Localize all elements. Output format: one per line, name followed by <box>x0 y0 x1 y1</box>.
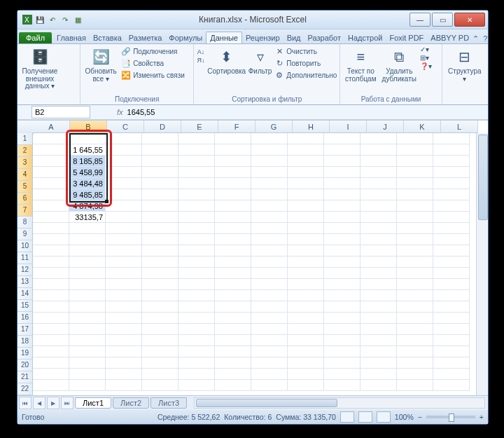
cell-E4[interactable] <box>178 167 215 178</box>
cell-C16[interactable] <box>106 301 142 313</box>
cell-J13[interactable] <box>360 268 397 279</box>
qat-redo-icon[interactable]: ↷ <box>59 14 71 25</box>
cell-L19[interactable] <box>433 335 470 346</box>
cell-L7[interactable] <box>433 200 470 212</box>
cell-A10[interactable] <box>33 234 69 245</box>
cell-K5[interactable] <box>397 178 433 189</box>
cell-K4[interactable] <box>397 167 433 178</box>
cell-F12[interactable] <box>215 256 251 268</box>
col-header-J[interactable]: J <box>367 121 404 133</box>
view-break-button[interactable] <box>377 411 391 423</box>
cell-G3[interactable] <box>251 156 288 167</box>
cell-B10[interactable] <box>69 234 106 245</box>
tab-foxit[interactable]: Foxit PDF <box>386 32 427 43</box>
cell-G1[interactable] <box>251 133 288 144</box>
cell-K9[interactable] <box>397 223 433 234</box>
cell-G19[interactable] <box>251 335 288 346</box>
cell-J22[interactable] <box>360 369 397 380</box>
sheet-nav-next[interactable]: ▶ <box>47 397 59 409</box>
row-header-16[interactable]: 16 <box>18 312 33 324</box>
cell-K20[interactable] <box>397 346 433 357</box>
cell-G4[interactable] <box>251 167 288 178</box>
cell-E22[interactable] <box>178 369 215 380</box>
cell-B18[interactable] <box>69 324 106 335</box>
cell-H12[interactable] <box>288 256 324 268</box>
qat-new-icon[interactable]: ▦ <box>72 14 83 25</box>
cell-J7[interactable] <box>360 200 397 212</box>
cell-E1[interactable] <box>178 133 215 144</box>
row-header-1[interactable]: 1 <box>18 133 33 145</box>
cell-J3[interactable] <box>360 156 397 167</box>
cell-I15[interactable] <box>324 290 360 301</box>
cell-F23[interactable] <box>215 380 251 391</box>
cell-J18[interactable] <box>360 324 397 335</box>
cell-F16[interactable] <box>215 301 251 313</box>
sheet-tab-2[interactable]: Лист2 <box>113 397 149 409</box>
cell-E5[interactable] <box>178 178 215 189</box>
cell-C10[interactable] <box>106 234 142 245</box>
cell-J5[interactable] <box>360 178 397 189</box>
cell-K14[interactable] <box>397 279 433 290</box>
cell-C14[interactable] <box>106 279 142 290</box>
tab-formulas[interactable]: Формулы <box>165 32 206 43</box>
cell-G9[interactable] <box>251 223 288 234</box>
remove-duplicates-button[interactable]: ⧉Удалить дубликаты <box>381 46 417 83</box>
cell-D15[interactable] <box>142 290 178 301</box>
grid[interactable]: ABCDEFGHIJKL 123456789101112131415161718… <box>18 120 488 395</box>
cell-F14[interactable] <box>215 279 251 290</box>
tab-addins[interactable]: Надстрой <box>344 32 386 43</box>
row-header-5[interactable]: 5 <box>18 181 33 193</box>
cell-A9[interactable] <box>33 223 69 234</box>
col-header-I[interactable]: I <box>330 121 367 133</box>
cell-B7[interactable]: 4 874,98 <box>69 200 106 212</box>
cells[interactable]: 1 645,558 185,855 458,993 484,489 485,85… <box>33 133 470 391</box>
select-all-corner[interactable] <box>18 121 34 134</box>
cell-E17[interactable] <box>178 313 215 324</box>
cell-A8[interactable] <box>33 212 69 223</box>
cell-D17[interactable] <box>142 313 178 324</box>
cell-K17[interactable] <box>397 313 433 324</box>
cell-G23[interactable] <box>251 380 288 391</box>
tab-home[interactable]: Главная <box>53 32 90 43</box>
cell-D5[interactable] <box>142 178 178 189</box>
cell-B15[interactable] <box>69 290 106 301</box>
whatif-icon[interactable]: ❓▾ <box>420 62 432 70</box>
cell-C6[interactable] <box>106 189 142 200</box>
cell-E21[interactable] <box>178 357 215 369</box>
cell-L4[interactable] <box>433 167 470 178</box>
cell-B12[interactable] <box>69 256 106 268</box>
cell-F19[interactable] <box>215 335 251 346</box>
cell-H7[interactable] <box>288 200 324 212</box>
cell-K11[interactable] <box>397 245 433 256</box>
cell-F22[interactable] <box>215 369 251 380</box>
cell-E13[interactable] <box>178 268 215 279</box>
cell-B6[interactable]: 9 485,85 <box>69 189 106 200</box>
cell-F8[interactable] <box>215 212 251 223</box>
cell-C9[interactable] <box>106 223 142 234</box>
cell-L13[interactable] <box>433 268 470 279</box>
cell-C18[interactable] <box>106 324 142 335</box>
cell-F21[interactable] <box>215 357 251 369</box>
cell-A20[interactable] <box>33 346 69 357</box>
cell-D2[interactable] <box>142 144 178 156</box>
cell-L23[interactable] <box>433 380 470 391</box>
row-header-12[interactable]: 12 <box>18 264 33 276</box>
cell-J10[interactable] <box>360 234 397 245</box>
cell-E14[interactable] <box>178 279 215 290</box>
cell-G13[interactable] <box>251 268 288 279</box>
h-scroll-thumb[interactable] <box>196 399 337 407</box>
cell-C4[interactable] <box>106 167 142 178</box>
cell-J6[interactable] <box>360 189 397 200</box>
cell-B14[interactable] <box>69 279 106 290</box>
cell-I21[interactable] <box>324 357 360 369</box>
cell-I13[interactable] <box>324 268 360 279</box>
cell-J9[interactable] <box>360 223 397 234</box>
cell-A13[interactable] <box>33 268 69 279</box>
cell-C8[interactable] <box>106 212 142 223</box>
cell-J19[interactable] <box>360 335 397 346</box>
cell-F17[interactable] <box>215 313 251 324</box>
cell-E12[interactable] <box>178 256 215 268</box>
cell-G6[interactable] <box>251 189 288 200</box>
col-header-G[interactable]: G <box>255 121 293 133</box>
sheet-nav-first[interactable]: ⏮ <box>19 397 31 409</box>
